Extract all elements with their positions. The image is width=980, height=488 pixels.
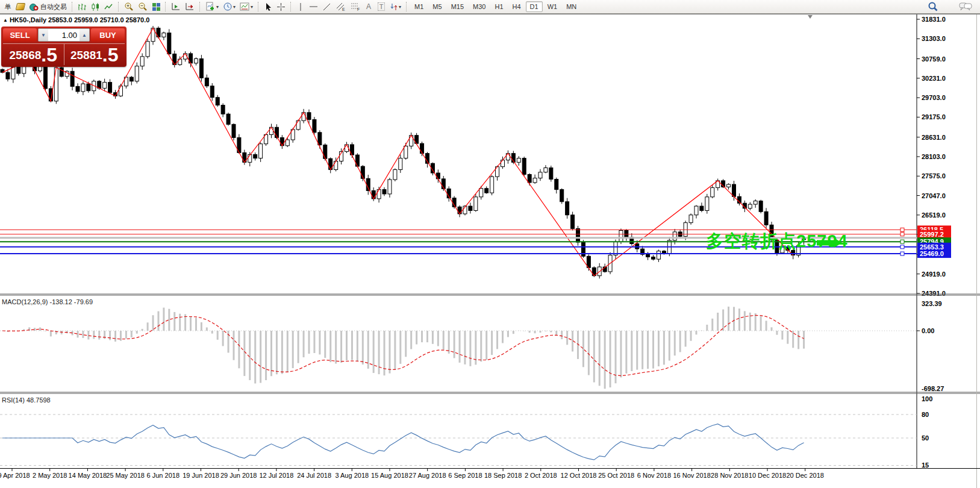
tile-windows-icon[interactable] bbox=[150, 1, 162, 13]
svg-text:2 May 2018: 2 May 2018 bbox=[33, 472, 67, 479]
svg-text:-698.27: -698.27 bbox=[922, 385, 944, 392]
fibonacci-tool[interactable]: F bbox=[348, 1, 362, 13]
sell-price[interactable]: 25868.5 bbox=[3, 44, 64, 65]
svg-text:F: F bbox=[357, 7, 360, 11]
svg-text:30231.0: 30231.0 bbox=[922, 75, 946, 82]
svg-text:3 Aug 2018: 3 Aug 2018 bbox=[335, 472, 369, 479]
tab-timeframe-m1[interactable]: M1 bbox=[410, 1, 428, 12]
svg-text:15 Aug 2018: 15 Aug 2018 bbox=[371, 472, 408, 479]
line-drag-handle bbox=[900, 233, 904, 236]
svg-text:6 Jun 2018: 6 Jun 2018 bbox=[147, 472, 179, 479]
toolbar-separator bbox=[72, 2, 73, 11]
equidistant-channel-tool[interactable]: E bbox=[334, 1, 348, 13]
svg-text:25 May 2018: 25 May 2018 bbox=[106, 472, 145, 479]
svg-text:10 Dec 2018: 10 Dec 2018 bbox=[749, 472, 786, 479]
svg-text:28631.0: 28631.0 bbox=[922, 134, 946, 141]
vertical-line-tool[interactable] bbox=[295, 1, 307, 13]
tab-timeframe-m15[interactable]: M15 bbox=[447, 1, 468, 12]
horizontal-line-tool[interactable] bbox=[307, 1, 320, 13]
volume-increase-button[interactable]: ▲ bbox=[80, 29, 89, 41]
crosshair-icon[interactable] bbox=[275, 1, 287, 13]
svg-text:18 Sep 2018: 18 Sep 2018 bbox=[484, 472, 522, 479]
zoom-out-icon[interactable] bbox=[136, 1, 149, 13]
macd-label: MACD(12,26,9) -138.12 -79.69 bbox=[2, 298, 93, 305]
svg-text:80: 80 bbox=[922, 411, 929, 418]
svg-text:31303.0: 31303.0 bbox=[922, 35, 946, 42]
svg-text:50: 50 bbox=[922, 434, 929, 442]
svg-text:29175.0: 29175.0 bbox=[922, 113, 946, 120]
line-drag-handle bbox=[900, 245, 904, 249]
tab-timeframe-w1[interactable]: W1 bbox=[543, 1, 562, 12]
volume-decrease-button[interactable]: ▼ bbox=[39, 29, 48, 41]
svg-text:100: 100 bbox=[922, 395, 932, 402]
svg-text:25469.0: 25469.0 bbox=[920, 250, 944, 257]
line-chart-icon[interactable] bbox=[102, 1, 115, 13]
indicators-button[interactable]: ▾ bbox=[204, 1, 220, 13]
label-tool[interactable]: T bbox=[375, 1, 387, 13]
chart-title: ▲HK50-,Daily 25853.0 25959.0 25710.0 258… bbox=[3, 16, 149, 23]
rsi-label: RSI(14) 48.7598 bbox=[2, 396, 51, 404]
main-toolbar: 单 自动交易 ▾ ▾ ▾ E F A T ▾ M1 M5 M15 M30 H1 … bbox=[0, 0, 980, 14]
toolbar-separator bbox=[406, 2, 407, 11]
templates-button[interactable]: ▾ bbox=[238, 1, 255, 13]
chat-icon[interactable] bbox=[957, 1, 974, 13]
new-order-button[interactable]: 单 bbox=[2, 1, 14, 13]
text-tool[interactable]: A bbox=[363, 1, 375, 13]
svg-text:19 Jun 2018: 19 Jun 2018 bbox=[183, 472, 219, 479]
svg-text:27575.0: 27575.0 bbox=[922, 172, 946, 180]
autotrade-label: 自动交易 bbox=[40, 2, 67, 11]
one-click-trading-panel: SELL ▼ ▲ BUY 25868.5 25881.5 bbox=[1, 27, 126, 67]
autotrade-button[interactable]: 自动交易 bbox=[27, 1, 69, 13]
trendline-tool[interactable] bbox=[320, 1, 333, 13]
sell-button[interactable]: SELL bbox=[3, 28, 37, 42]
toolbar-separator bbox=[165, 2, 166, 11]
svg-text:25653.3: 25653.3 bbox=[920, 243, 944, 251]
svg-text:E: E bbox=[342, 7, 345, 11]
tab-timeframe-h4[interactable]: H4 bbox=[508, 1, 525, 12]
package-icon[interactable] bbox=[14, 1, 27, 13]
tab-timeframe-m30[interactable]: M30 bbox=[469, 1, 490, 12]
chart-shift-icon[interactable] bbox=[183, 1, 196, 13]
svg-text:28 Nov 2018: 28 Nov 2018 bbox=[711, 472, 748, 479]
periods-clock-button[interactable]: ▾ bbox=[221, 1, 237, 13]
tab-timeframe-d1[interactable]: D1 bbox=[526, 1, 543, 12]
bar-chart-icon[interactable] bbox=[76, 1, 89, 13]
svg-text:16 Nov 2018: 16 Nov 2018 bbox=[673, 472, 710, 479]
zoom-in-icon[interactable] bbox=[122, 1, 136, 13]
toolbar-separator bbox=[258, 2, 259, 11]
mt4-terminal: { "toolbar": { "order_label": "单", "auto… bbox=[0, 0, 980, 488]
toolbar-separator bbox=[118, 2, 119, 11]
toolbar-separator bbox=[199, 2, 201, 11]
chart-area[interactable]: 31831.031303.030759.030231.029703.029175… bbox=[0, 0, 980, 488]
svg-text:29703.0: 29703.0 bbox=[922, 94, 946, 101]
svg-text:25997.2: 25997.2 bbox=[920, 231, 944, 238]
cursor-icon[interactable] bbox=[262, 1, 274, 13]
svg-text:27047.0: 27047.0 bbox=[922, 192, 946, 199]
buy-price[interactable]: 25881.5 bbox=[64, 44, 125, 65]
svg-text:24919.0: 24919.0 bbox=[922, 271, 946, 278]
svg-text:31831.0: 31831.0 bbox=[922, 16, 946, 23]
svg-text:29 Jun 2018: 29 Jun 2018 bbox=[220, 472, 257, 479]
symbol-marker-icon: ▲ bbox=[3, 17, 8, 23]
line-drag-handle bbox=[900, 228, 904, 231]
svg-text:2 Oct 2018: 2 Oct 2018 bbox=[525, 472, 557, 479]
tab-timeframe-mn[interactable]: MN bbox=[562, 1, 581, 12]
buy-button[interactable]: BUY bbox=[91, 28, 125, 42]
toolbar-separator bbox=[290, 2, 292, 11]
tab-timeframe-h1[interactable]: H1 bbox=[490, 1, 507, 12]
svg-text:20 Dec 2018: 20 Dec 2018 bbox=[787, 472, 824, 479]
search-icon[interactable] bbox=[926, 1, 940, 13]
svg-text:0.00: 0.00 bbox=[922, 327, 934, 334]
candlestick-icon[interactable] bbox=[89, 1, 102, 13]
svg-text:15: 15 bbox=[922, 461, 929, 469]
arrows-tool[interactable]: ▾ bbox=[388, 1, 403, 13]
svg-text:24391.0: 24391.0 bbox=[922, 290, 946, 297]
auto-scroll-icon[interactable] bbox=[169, 1, 183, 13]
line-drag-handle bbox=[900, 240, 904, 243]
tab-timeframe-m5[interactable]: M5 bbox=[428, 1, 446, 12]
volume-input[interactable] bbox=[48, 29, 80, 41]
svg-text:25 Oct 2018: 25 Oct 2018 bbox=[598, 472, 634, 479]
volume-stepper: ▼ ▲ bbox=[38, 28, 90, 42]
new-order-label: 单 bbox=[5, 2, 11, 11]
autotrade-icon bbox=[29, 2, 39, 11]
